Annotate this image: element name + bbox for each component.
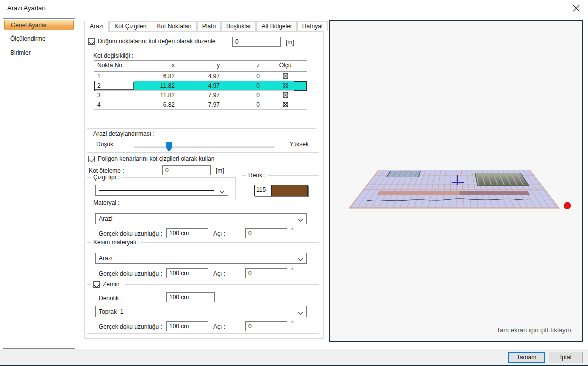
material-dropdown[interactable]: Arazi <box>95 213 307 224</box>
close-icon[interactable] <box>572 4 581 13</box>
cut-material-selected-value: Arazi <box>99 255 112 262</box>
measure-checked-icon[interactable] <box>264 72 306 81</box>
selected-point-marker[interactable] <box>564 202 571 209</box>
edit-nodes-value-input[interactable] <box>232 37 281 47</box>
contour-line <box>365 196 532 204</box>
terrain-detail-group-label: Arazi detaylandırması : <box>91 130 157 137</box>
tab-kot-noktalari[interactable]: Kot Noktaları <box>152 21 196 31</box>
material-degree-label: ° <box>291 227 294 234</box>
table-row[interactable]: 4 6.82 7.97 0 <box>94 100 307 110</box>
cell-no[interactable]: 3 <box>94 91 134 100</box>
ground-depth-label: Derinlik : <box>99 295 122 302</box>
col-header-z[interactable]: z <box>224 61 264 71</box>
table-row[interactable]: 1 6.82 4.97 0 <box>94 72 307 81</box>
cell-y[interactable]: 7.97 <box>179 100 224 109</box>
cell-z[interactable]: 0 <box>224 72 264 81</box>
dialog-title: Arazi Ayarları <box>7 4 46 12</box>
col-header-x[interactable]: x <box>134 61 179 71</box>
dialog-footer: Tamam İptal <box>0 349 588 365</box>
tab-alt-bolgeler[interactable]: Alt Bölgeler <box>256 21 296 31</box>
measure-checked-icon[interactable] <box>264 100 306 109</box>
cancel-button[interactable]: İptal <box>549 352 583 363</box>
col-header-olcu[interactable]: Ölçü <box>264 61 306 71</box>
tab-page-arazi: Düğüm noktalarını kot değeri olarak düze… <box>84 31 324 339</box>
cell-no[interactable]: 1 <box>94 72 134 81</box>
material-texture-label: Gerçek doku uzunluğu : <box>99 230 162 237</box>
cell-x[interactable]: 11.82 <box>134 81 179 90</box>
chevron-down-icon <box>219 188 225 192</box>
measure-checked-icon[interactable] <box>264 91 306 100</box>
cell-x[interactable]: 6.82 <box>134 100 179 109</box>
tab-hafriyat[interactable]: Hafriyat <box>297 21 328 31</box>
terrain-road-band <box>377 191 530 195</box>
sidebar-item-birimler[interactable]: Birimler <box>4 48 74 58</box>
table-row[interactable]: 3 11.82 7.97 0 <box>94 91 307 100</box>
ok-button[interactable]: Tamam <box>508 352 545 363</box>
ground-checkbox[interactable] <box>93 281 100 288</box>
cut-material-group: Kesim materyali : Arazi Gerçek doku uzun… <box>87 242 319 280</box>
table-header-row: Nokta No x y z Ölçü <box>94 61 307 72</box>
cell-y[interactable]: 4.97 <box>179 81 224 90</box>
cell-no[interactable]: 4 <box>94 100 134 109</box>
ground-degree-label: ° <box>291 320 294 327</box>
edit-nodes-checkbox[interactable] <box>88 38 95 45</box>
kot-offset-input[interactable] <box>162 165 211 175</box>
ground-angle-input[interactable] <box>245 321 287 331</box>
col-header-nokta-no[interactable]: Nokta No <box>94 61 134 71</box>
kot-change-group-label: Kot değişikliği : <box>91 52 135 59</box>
excavation-pit <box>475 173 530 186</box>
material-angle-input[interactable] <box>245 228 287 238</box>
slider-thumb[interactable] <box>166 142 172 152</box>
cell-y[interactable]: 7.97 <box>179 91 224 100</box>
cut-material-angle-input[interactable] <box>245 268 287 278</box>
cell-z[interactable]: 0 <box>224 81 264 90</box>
cell-x[interactable]: 6.82 <box>134 72 179 81</box>
terrain-road-band-dark <box>459 191 530 195</box>
cut-material-texture-input[interactable] <box>166 268 208 278</box>
edit-nodes-checkbox-row: Düğüm noktalarını kot değeri olarak düze… <box>88 38 215 45</box>
tab-strip: Arazi Kot Çizgileri Kot Noktaları Plato … <box>84 21 324 31</box>
cell-y[interactable]: 4.97 <box>179 72 224 81</box>
ground-depth-input[interactable] <box>166 292 215 302</box>
color-picker[interactable]: 115 <box>254 185 308 196</box>
cut-material-dropdown[interactable]: Arazi <box>95 253 307 264</box>
polygon-edges-checkbox-row: Poligon kenarlarını kot çizgileri olarak… <box>88 155 214 162</box>
detail-slider[interactable] <box>134 142 275 151</box>
tab-arazi[interactable]: Arazi <box>84 21 109 32</box>
tab-control: Arazi Kot Çizgileri Kot Noktaları Plato … <box>84 21 324 339</box>
table-row-selected[interactable]: 2 11.82 4.97 0 <box>94 81 307 91</box>
sidebar-item-genel-ayarlar[interactable]: Genel Ayarlar <box>4 20 74 30</box>
tab-bosluklar[interactable]: Boşluklar <box>221 21 256 31</box>
chevron-down-icon <box>298 256 303 260</box>
solid-line-sample <box>99 190 214 191</box>
slider-high-label: Yüksek <box>290 141 309 148</box>
color-swatch[interactable] <box>272 185 307 196</box>
ground-texture-input[interactable] <box>166 321 208 331</box>
color-index-value[interactable]: 115 <box>255 185 272 196</box>
line-type-dropdown[interactable] <box>95 185 228 196</box>
material-group-label: Materyal : <box>91 199 122 206</box>
polygon-edges-checkbox[interactable] <box>88 156 95 162</box>
color-group: Renk : 115 <box>242 175 319 200</box>
cut-material-group-label: Kesim materyali : <box>91 239 141 246</box>
cut-material-angle-label: Açı : <box>213 270 225 277</box>
material-group: Materyal : Arazi Gerçek doku uzunluğu : … <box>87 203 319 240</box>
col-header-y[interactable]: y <box>179 61 224 71</box>
cell-x[interactable]: 11.82 <box>134 91 179 100</box>
sidebar-item-olculendirme[interactable]: Ölçülendirme <box>4 34 74 44</box>
ground-label: Zemin : <box>103 281 123 288</box>
ground-group-legend: Zemin : <box>91 281 125 288</box>
line-type-group: Çizgi tipi : <box>87 177 236 200</box>
slider-low-label: Düşük <box>96 141 113 148</box>
tab-plato[interactable]: Plato <box>197 21 221 31</box>
tab-kot-cizgileri[interactable]: Kot Çizgileri <box>109 21 151 31</box>
terrain-3d-preview[interactable]: Tam ekran için çift tıklayın. <box>329 20 583 342</box>
ground-material-dropdown[interactable]: Toprak_1 <box>95 306 307 317</box>
cell-z[interactable]: 0 <box>224 100 264 109</box>
cell-no[interactable]: 2 <box>94 81 134 90</box>
slider-track[interactable] <box>134 146 275 148</box>
measure-checked-icon[interactable] <box>264 81 306 90</box>
material-texture-input[interactable] <box>166 228 208 238</box>
cell-z[interactable]: 0 <box>224 91 264 100</box>
ground-group: Zemin : Derinlik : Toprak_1 Gerçek doku … <box>87 284 319 334</box>
